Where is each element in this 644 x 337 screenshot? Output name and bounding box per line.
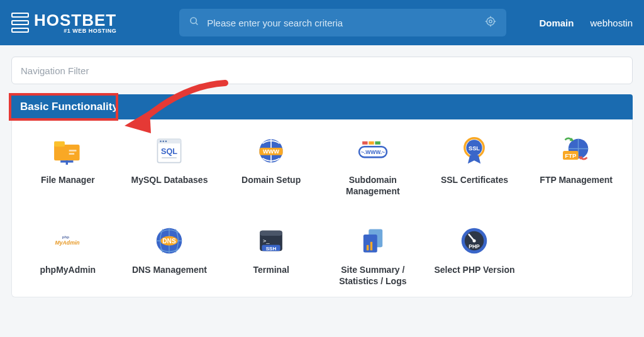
folder-icon bbox=[50, 133, 86, 168]
svg-rect-27 bbox=[375, 141, 380, 145]
target-icon[interactable] bbox=[485, 16, 496, 30]
navigation-filter-input[interactable] bbox=[11, 57, 633, 84]
search-icon bbox=[189, 16, 199, 29]
svg-text:SQL: SQL bbox=[161, 147, 177, 156]
svg-rect-26 bbox=[369, 141, 374, 145]
php-gauge-icon: PHP bbox=[457, 223, 492, 258]
svg-text:DNS: DNS bbox=[163, 238, 177, 245]
server-icon bbox=[11, 13, 29, 33]
terminal-icon: >_SSH bbox=[253, 223, 289, 258]
search-input[interactable] bbox=[207, 18, 477, 28]
main-content: Basic Functionality File Manager SQL MyS… bbox=[0, 45, 644, 297]
svg-text:MyAdmin: MyAdmin bbox=[55, 240, 79, 246]
svg-text:WWW: WWW bbox=[263, 148, 279, 155]
top-bar: HOSTBET #1 WEB HOSTING Domain webhostin bbox=[0, 0, 644, 45]
svg-text:~.WWW.~: ~.WWW.~ bbox=[361, 149, 385, 155]
item-label: phpMyAdmin bbox=[40, 265, 96, 276]
svg-point-55 bbox=[473, 239, 476, 242]
item-label: Subdomain Management bbox=[325, 175, 421, 197]
item-label: Domain Setup bbox=[242, 175, 301, 186]
stats-icon bbox=[355, 223, 391, 258]
svg-rect-12 bbox=[69, 153, 74, 155]
section-header[interactable]: Basic Functionality bbox=[11, 94, 633, 119]
svg-rect-50 bbox=[367, 245, 369, 250]
item-file-manager[interactable]: File Manager bbox=[19, 133, 116, 197]
item-domain-setup[interactable]: WWW Domain Setup bbox=[223, 133, 319, 197]
item-mysql-databases[interactable]: SQL MySQL Databases bbox=[121, 133, 218, 197]
svg-rect-51 bbox=[370, 242, 372, 251]
svg-point-3 bbox=[489, 20, 492, 23]
item-dns-management[interactable]: DNS DNS Management bbox=[121, 223, 218, 287]
svg-text:SSH: SSH bbox=[266, 246, 277, 251]
svg-rect-9 bbox=[54, 145, 80, 160]
item-label: File Manager bbox=[41, 175, 95, 186]
item-select-php-version[interactable]: PHP Select PHP Version bbox=[426, 223, 523, 287]
ssl-badge-icon: SSL bbox=[457, 133, 492, 168]
item-label: DNS Management bbox=[132, 265, 207, 276]
item-terminal[interactable]: >_SSH Terminal bbox=[223, 223, 319, 287]
ftp-globe-icon: FTP bbox=[558, 133, 594, 168]
sql-icon: SQL bbox=[152, 133, 187, 168]
phpmyadmin-icon: phpMyAdmin bbox=[50, 223, 86, 258]
search-bar[interactable] bbox=[179, 9, 506, 36]
svg-rect-10 bbox=[54, 141, 65, 146]
svg-point-17 bbox=[160, 141, 162, 143]
dns-globe-icon: DNS bbox=[152, 223, 187, 258]
brand-name: HOSTBET bbox=[34, 12, 116, 28]
features-grid: File Manager SQL MySQL Databases WWW Dom… bbox=[19, 133, 625, 287]
nav-domain[interactable]: Domain bbox=[539, 18, 574, 28]
item-label: FTP Management bbox=[540, 175, 613, 186]
item-site-summary[interactable]: Site Summary / Statistics / Logs bbox=[325, 223, 421, 287]
section-title: Basic Functionality bbox=[11, 94, 127, 119]
item-label: Select PHP Version bbox=[434, 265, 514, 276]
svg-rect-21 bbox=[162, 157, 177, 158]
svg-point-18 bbox=[163, 141, 165, 143]
item-ftp-management[interactable]: FTP FTP Management bbox=[528, 133, 625, 197]
svg-rect-14 bbox=[65, 160, 67, 165]
svg-text:PHP: PHP bbox=[469, 243, 480, 250]
svg-point-2 bbox=[487, 18, 494, 25]
nav-account[interactable]: webhostin bbox=[590, 18, 633, 28]
item-label: SSL Certificates bbox=[441, 175, 508, 186]
item-ssl-certificates[interactable]: SSL SSL Certificates bbox=[426, 133, 523, 197]
svg-text:>_: >_ bbox=[263, 238, 270, 244]
brand-logo[interactable]: HOSTBET #1 WEB HOSTING bbox=[11, 12, 116, 34]
url-bar-icon: ~.WWW.~ bbox=[355, 133, 391, 168]
svg-point-19 bbox=[165, 141, 167, 143]
item-subdomain-management[interactable]: ~.WWW.~ Subdomain Management bbox=[325, 133, 421, 197]
item-label: MySQL Databases bbox=[131, 175, 208, 186]
svg-point-0 bbox=[191, 18, 196, 23]
nav-links: Domain webhostin bbox=[539, 18, 633, 28]
item-label: Terminal bbox=[253, 265, 289, 276]
globe-www-icon: WWW bbox=[253, 133, 289, 168]
features-panel: File Manager SQL MySQL Databases WWW Dom… bbox=[11, 119, 633, 297]
item-phpmyadmin[interactable]: phpMyAdmin phpMyAdmin bbox=[19, 223, 116, 287]
brand-text: HOSTBET #1 WEB HOSTING bbox=[34, 12, 116, 34]
svg-text:FTP: FTP bbox=[565, 152, 577, 159]
svg-rect-25 bbox=[362, 141, 367, 145]
svg-rect-44 bbox=[260, 231, 282, 236]
svg-text:SSL: SSL bbox=[469, 145, 480, 152]
svg-rect-11 bbox=[69, 150, 77, 152]
svg-text:php: php bbox=[62, 235, 69, 239]
item-label: Site Summary / Statistics / Logs bbox=[325, 265, 421, 287]
svg-line-1 bbox=[196, 23, 197, 25]
